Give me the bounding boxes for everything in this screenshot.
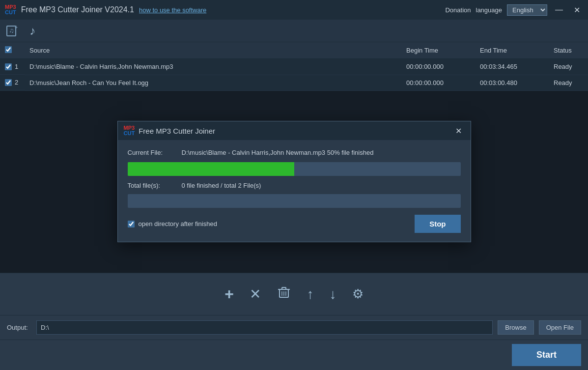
modal-titlebar: MP3 CUT Free MP3 Cutter Joiner ✕ [118, 121, 471, 140]
current-file-value: D:\music\Blame - Calvin Harris,John Newm… [182, 149, 374, 156]
svg-text:♫: ♫ [9, 27, 14, 34]
current-progress-bar-bg [128, 162, 461, 176]
start-button[interactable]: Start [512, 344, 581, 366]
modal-close-button[interactable]: ✕ [452, 126, 465, 136]
modal-logo: MP3 CUT [124, 125, 135, 136]
col-end-time: End Time [475, 42, 549, 59]
middle-area: MP3 CUT Free MP3 Cutter Joiner ✕ Current… [0, 91, 588, 273]
stop-button[interactable]: Stop [415, 215, 460, 233]
row-num: 1 [15, 63, 18, 70]
svg-text:+: + [15, 25, 18, 30]
app-title: Free MP3 Cutter Joiner V2024.1 [21, 5, 134, 14]
bottom-toolbar: + ✕ ↑ ↓ ⚙ [0, 273, 588, 315]
row-checkbox[interactable] [5, 63, 12, 70]
settings-button[interactable]: ⚙ [349, 284, 366, 305]
current-file-label: Current File: [128, 149, 177, 156]
open-file-button[interactable]: Open File [539, 320, 581, 335]
row-end-time: 00:03:00.480 [475, 75, 549, 90]
output-label: Output: [7, 324, 31, 331]
logo-cut: CUT [5, 10, 16, 15]
title-bar: MP3 CUT Free MP3 Cutter Joiner V2024.1 h… [0, 0, 588, 20]
music-icon[interactable]: ♪ [25, 23, 40, 39]
table-row: 1 D:\music\Blame - Calvin Harris,John Ne… [0, 59, 588, 75]
col-checkbox[interactable] [0, 42, 25, 59]
modal-logo-cut: CUT [124, 131, 135, 136]
row-checkbox-cell[interactable]: 2 [0, 75, 25, 90]
row-num: 2 [15, 79, 18, 86]
donation-link[interactable]: Donation [445, 6, 471, 14]
file-table: Source Begin Time End Time Status 1 D:\m… [0, 42, 588, 91]
modal-dialog: MP3 CUT Free MP3 Cutter Joiner ✕ Current… [117, 121, 471, 242]
row-source: D:\music\Jean Roch - Can You Feel It.ogg [25, 75, 401, 90]
language-select[interactable]: English Chinese Spanish French German [507, 4, 547, 16]
row-status: Ready [549, 59, 588, 75]
col-status: Status [549, 42, 588, 59]
start-bar: Start [0, 340, 588, 370]
remove-button[interactable]: ✕ [247, 283, 264, 305]
browse-button[interactable]: Browse [498, 320, 533, 335]
select-all-checkbox[interactable] [5, 46, 12, 53]
table-row: 2 D:\music\Jean Roch - Can You Feel It.o… [0, 75, 588, 90]
title-bar-right: Donation language English Chinese Spanis… [445, 4, 583, 16]
output-input[interactable] [36, 320, 493, 335]
open-dir-label[interactable]: open directory after finished [128, 220, 217, 228]
clear-button[interactable] [274, 282, 294, 306]
modal-title-text: Free MP3 Cutter Joiner [139, 127, 448, 135]
add-music-icon[interactable]: ♫ + [5, 23, 21, 39]
move-up-button[interactable]: ↑ [304, 284, 317, 305]
col-source: Source [25, 42, 401, 59]
how-to-link[interactable]: how to use the software [139, 6, 206, 14]
col-begin-time: Begin Time [401, 42, 475, 59]
current-file-row: Current File: D:\music\Blame - Calvin Ha… [128, 149, 461, 156]
file-list-section: Source Begin Time End Time Status 1 D:\m… [0, 42, 588, 91]
current-progress-fill [128, 162, 294, 176]
open-dir-checkbox[interactable] [128, 221, 135, 228]
row-begin-time: 00:00:00.000 [401, 75, 475, 90]
minimize-button[interactable]: — [552, 5, 566, 14]
modal-footer: open directory after finished Stop [128, 215, 461, 233]
row-checkbox[interactable] [5, 79, 12, 86]
svg-rect-5 [282, 287, 286, 289]
row-source: D:\music\Blame - Calvin Harris,John Newm… [25, 59, 401, 75]
row-end-time: 00:03:34.465 [475, 59, 549, 75]
total-progress-bar-bg [128, 194, 461, 208]
row-checkbox-cell[interactable]: 1 [0, 59, 25, 75]
language-label: language [476, 6, 503, 14]
open-dir-text: open directory after finished [139, 220, 217, 228]
total-info: 0 file finished / total 2 File(s) [182, 182, 261, 189]
add-button[interactable]: + [222, 282, 237, 306]
close-button[interactable]: ✕ [571, 5, 583, 15]
output-bar: Output: Browse Open File [0, 315, 588, 340]
modal-overlay: MP3 CUT Free MP3 Cutter Joiner ✕ Current… [0, 91, 588, 273]
row-status: Ready [549, 75, 588, 90]
music-note-icon: ♪ [29, 24, 35, 38]
move-down-button[interactable]: ↓ [327, 284, 339, 305]
row-begin-time: 00:00:00.000 [401, 59, 475, 75]
total-label: Total file(s): [128, 182, 177, 189]
toolbar: ♫ + ♪ [0, 20, 588, 42]
app-logo: MP3 CUT [5, 4, 16, 15]
modal-body: Current File: D:\music\Blame - Calvin Ha… [118, 140, 471, 242]
total-row: Total file(s): 0 file finished / total 2… [128, 182, 461, 189]
